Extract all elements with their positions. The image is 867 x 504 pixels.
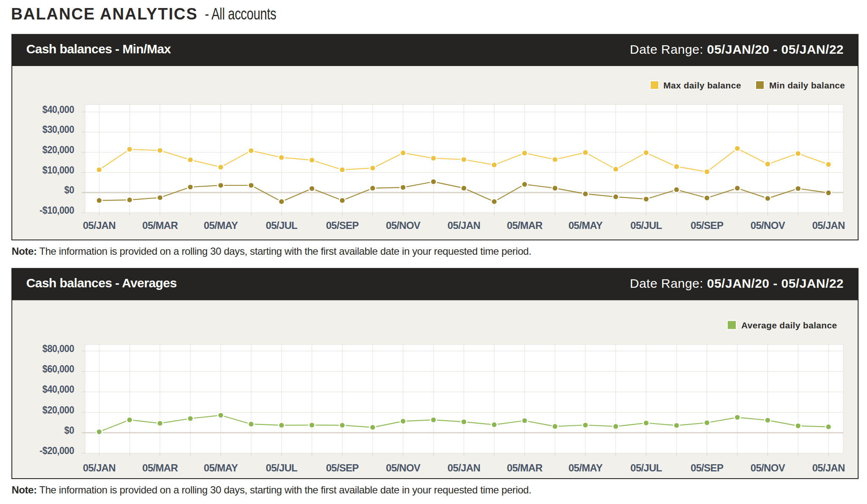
svg-text:Max daily balance: Max daily balance (663, 80, 741, 90)
svg-text:05/NOV: 05/NOV (386, 220, 421, 231)
svg-text:$80,000: $80,000 (42, 343, 74, 354)
svg-text:05/MAR: 05/MAR (507, 220, 542, 231)
svg-text:05/JAN: 05/JAN (447, 462, 480, 474)
svg-text:05/JAN: 05/JAN (83, 462, 116, 474)
svg-text:-$20,000: -$20,000 (39, 445, 74, 456)
svg-text:05/SEP: 05/SEP (690, 220, 723, 231)
svg-text:05/JAN: 05/JAN (812, 220, 845, 231)
svg-text:05/MAR: 05/MAR (142, 220, 178, 231)
svg-text:05/MAY: 05/MAY (204, 220, 238, 231)
svg-text:05/JAN: 05/JAN (447, 220, 480, 231)
svg-text:$20,000: $20,000 (42, 404, 74, 416)
svg-text:-$10,000: -$10,000 (39, 204, 74, 216)
svg-text:05/SEP: 05/SEP (326, 462, 359, 474)
svg-text:05/NOV: 05/NOV (751, 220, 785, 231)
svg-text:$40,000: $40,000 (42, 104, 74, 115)
svg-text:Min daily balance: Min daily balance (769, 80, 845, 90)
svg-text:$0: $0 (64, 184, 74, 196)
svg-text:Cash balances - Averages: Cash balances - Averages (26, 276, 177, 290)
svg-text:05/NOV: 05/NOV (386, 462, 421, 474)
svg-text:$40,000: $40,000 (42, 383, 74, 395)
svg-text:05/NOV: 05/NOV (751, 462, 785, 474)
svg-text:05/MAR: 05/MAR (507, 462, 542, 474)
svg-text:$0: $0 (64, 424, 74, 436)
svg-text:05/MAR: 05/MAR (142, 462, 178, 474)
svg-text:05/SEP: 05/SEP (326, 220, 359, 231)
svg-text:Cash balances - Min/Max: Cash balances - Min/Max (26, 42, 171, 56)
svg-text:$10,000: $10,000 (42, 164, 74, 176)
svg-text:05/MAY: 05/MAY (204, 462, 238, 474)
svg-text:$60,000: $60,000 (42, 363, 74, 375)
svg-text:05/JUL: 05/JUL (630, 462, 662, 474)
svg-text:Date Range: 05/JAN/20 - 05/JAN: Date Range: 05/JAN/20 - 05/JAN/22 (630, 276, 844, 290)
svg-text:Average daily balance: Average daily balance (741, 320, 837, 330)
svg-text:05/JAN: 05/JAN (83, 220, 116, 231)
svg-text:05/JAN: 05/JAN (812, 462, 845, 474)
svg-text:05/MAY: 05/MAY (569, 462, 603, 474)
svg-text:$30,000: $30,000 (42, 124, 74, 135)
svg-text:Date Range: 05/JAN/20 - 05/JAN: Date Range: 05/JAN/20 - 05/JAN/22 (630, 42, 844, 56)
svg-text:05/JUL: 05/JUL (266, 220, 298, 231)
svg-text:05/JUL: 05/JUL (266, 462, 298, 474)
svg-text:05/SEP: 05/SEP (690, 462, 723, 474)
svg-text:05/MAY: 05/MAY (569, 220, 603, 231)
svg-text:05/JUL: 05/JUL (630, 220, 662, 231)
svg-text:$20,000: $20,000 (42, 144, 74, 155)
